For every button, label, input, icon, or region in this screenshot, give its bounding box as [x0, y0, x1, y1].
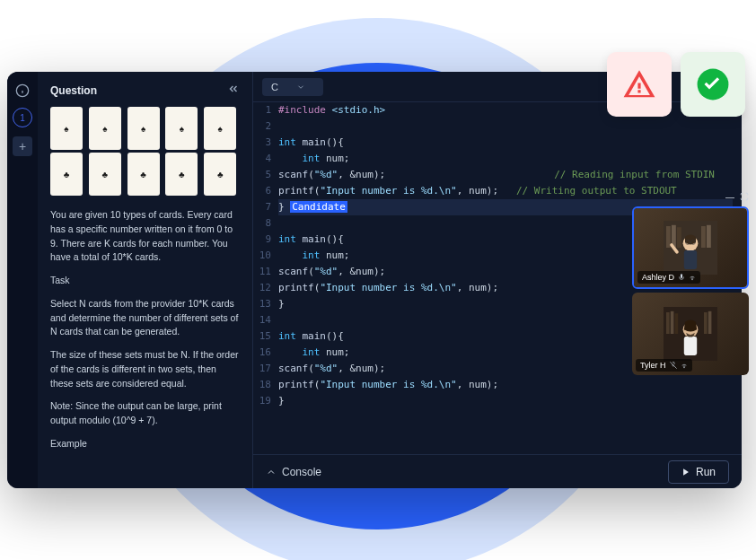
video-controls: —: [632, 192, 749, 203]
card-item: ♣: [89, 153, 121, 196]
svg-line-24: [670, 362, 676, 368]
participant-name-2: Tyler H: [640, 361, 666, 370]
video-tile-2[interactable]: Tyler H: [632, 293, 749, 375]
task-constraint: The size of these sets must be N. If the…: [50, 348, 240, 390]
code-line[interactable]: printf("Input number is %d.\n", num);: [278, 377, 733, 393]
mic-icon: [678, 274, 685, 281]
svg-rect-18: [671, 311, 674, 334]
warning-icon: [622, 67, 656, 101]
video-caption-1: Ashley D: [637, 271, 700, 284]
console-toggle[interactable]: Console: [266, 466, 321, 478]
success-badge: [681, 52, 745, 117]
chevron-up-icon: [266, 467, 277, 477]
info-icon[interactable]: [14, 83, 31, 99]
svg-rect-8: [677, 227, 681, 248]
svg-rect-19: [675, 313, 679, 334]
console-bar: Console Run: [253, 454, 742, 488]
question-text: You are given 10 types of cards. Every c…: [50, 208, 240, 460]
code-line[interactable]: scanf("%d", &num);// Reading input from …: [278, 167, 733, 183]
chevron-down-icon: [296, 83, 305, 92]
svg-rect-21: [708, 311, 712, 334]
card-item: ♣: [50, 153, 83, 196]
code-line[interactable]: int num;: [278, 151, 733, 167]
sidebar-strip: 1 +: [7, 72, 38, 488]
wifi-icon: [689, 274, 696, 281]
example-label: Example: [50, 437, 240, 451]
add-question-button[interactable]: +: [13, 136, 32, 156]
question-title: Question: [50, 84, 97, 97]
svg-point-15: [692, 279, 693, 280]
card-item: ♠: [165, 107, 198, 150]
svg-marker-4: [683, 468, 689, 476]
run-button[interactable]: Run: [668, 460, 729, 484]
svg-rect-9: [701, 226, 706, 248]
warning-badge: [607, 52, 672, 117]
svg-rect-12: [684, 250, 697, 269]
question-header: Question: [50, 83, 240, 98]
status-badges: [607, 52, 745, 117]
code-line[interactable]: }: [278, 393, 733, 409]
language-label: C: [271, 82, 278, 92]
card-item: ♠: [127, 107, 160, 150]
participant-name-1: Ashley D: [642, 273, 674, 282]
task-note: Note: Since the output can be large, pri…: [50, 399, 240, 428]
line-gutter: 12345678910111213141516171819: [253, 102, 278, 454]
task-body: Select N cards from the provider 10*K ca…: [50, 297, 240, 339]
language-select[interactable]: C: [262, 78, 323, 96]
mic-muted-icon: [670, 362, 677, 369]
video-tile-1[interactable]: Ashley D: [632, 206, 749, 289]
card-item: ♣: [127, 153, 160, 196]
cards-illustration: ♠♠♠♠♠♣♣♣♣♣: [50, 107, 240, 196]
code-line[interactable]: [278, 118, 733, 135]
question-num-1[interactable]: 1: [13, 108, 32, 127]
svg-rect-23: [684, 337, 697, 355]
expand-icon[interactable]: [740, 192, 749, 203]
collapse-icon[interactable]: [227, 83, 240, 98]
card-item: ♠: [89, 107, 121, 150]
card-item: ♠: [50, 107, 83, 150]
svg-rect-10: [707, 225, 711, 248]
video-panel: — Ashley D Tyler H: [632, 192, 749, 379]
card-item: ♠: [204, 107, 236, 150]
svg-rect-20: [704, 312, 708, 334]
task-label: Task: [50, 274, 240, 288]
video-caption-2: Tyler H: [636, 359, 692, 372]
minimize-icon[interactable]: —: [725, 192, 734, 203]
svg-rect-17: [666, 312, 670, 334]
svg-rect-6: [666, 226, 671, 248]
console-label-text: Console: [282, 466, 321, 478]
code-line[interactable]: int main(){: [278, 135, 733, 151]
check-circle-icon: [696, 67, 730, 101]
run-label: Run: [696, 466, 716, 478]
card-item: ♣: [204, 153, 236, 196]
question-intro: You are given 10 types of cards. Every c…: [50, 208, 240, 265]
wifi-icon: [681, 362, 688, 369]
question-panel: Question ♠♠♠♠♠♣♣♣♣♣ You are given 10 typ…: [38, 72, 253, 488]
play-icon: [681, 468, 690, 477]
svg-point-25: [683, 367, 684, 368]
card-item: ♣: [165, 153, 198, 196]
